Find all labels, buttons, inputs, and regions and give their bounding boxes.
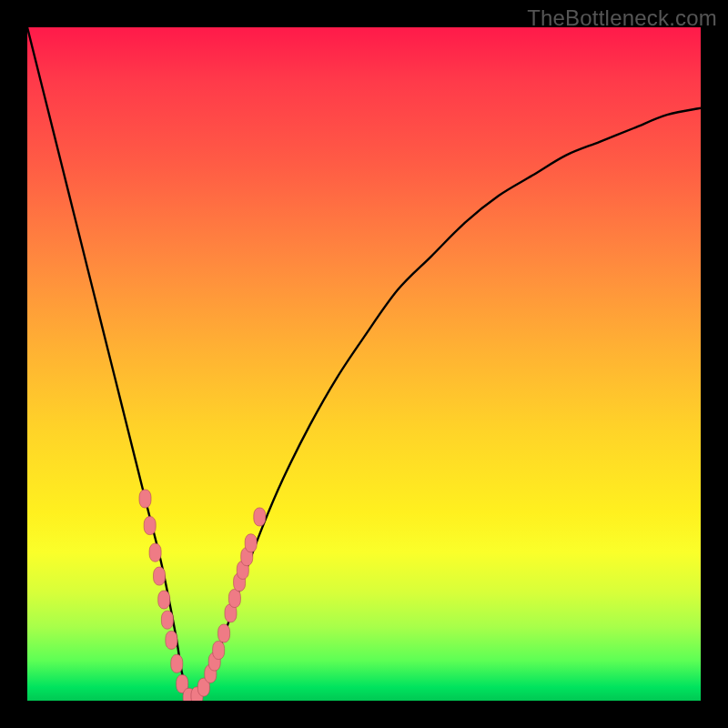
marker-point <box>213 642 225 660</box>
marker-point <box>154 567 166 585</box>
marker-point <box>149 543 161 561</box>
marker-point <box>218 624 230 642</box>
chart-frame: TheBottleneck.com <box>0 0 728 728</box>
marker-point <box>139 490 151 508</box>
marker-point <box>228 590 240 608</box>
bottleneck-curve <box>27 27 701 701</box>
marker-point <box>161 611 173 629</box>
marker-point <box>254 508 266 526</box>
marker-point <box>171 654 183 672</box>
marker-point <box>245 534 257 552</box>
marker-point <box>144 517 156 535</box>
plot-area <box>27 27 701 701</box>
curve-layer <box>27 27 701 701</box>
marker-group <box>139 490 266 701</box>
marker-point <box>166 631 177 649</box>
marker-point <box>158 591 170 609</box>
